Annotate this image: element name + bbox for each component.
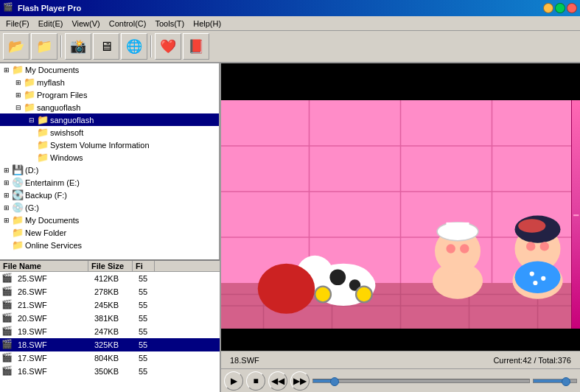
window-title: Flash Player Pro <box>18 4 81 13</box>
file-tree[interactable]: ⊞ 📁 My Documents ⊞ 📁 myflash ⊞ 📁 Program… <box>0 63 220 259</box>
file-other: 55 <box>136 327 158 336</box>
tree-item-newfolder[interactable]: 📁 New Folder <box>0 226 219 239</box>
tree-item-programfiles[interactable]: ⊞ 📁 Program Files <box>0 88 219 101</box>
folder-icon: 📁 <box>24 102 35 113</box>
file-row[interactable]: 🎬 19.SWF 247KB 55 <box>0 325 220 338</box>
capture-button[interactable]: 📸 <box>65 33 91 60</box>
tree-item-myflash[interactable]: ⊞ 📁 myflash <box>0 76 219 88</box>
file-row[interactable]: 🎬 21.SWF 245KB 55 <box>0 298 220 312</box>
file-row[interactable]: 🎬 25.SWF 412KB 55 <box>0 272 220 285</box>
tree-label: System Volume Information <box>50 141 150 150</box>
menu-view[interactable]: View(V) <box>67 18 104 29</box>
tree-label: swishsoft <box>50 128 83 137</box>
file-size: 245KB <box>91 301 136 309</box>
tree-item-mydocs2[interactable]: ⊞ 📁 My Documents <box>0 214 219 226</box>
tree-label: Backup (F:) <box>25 191 67 200</box>
expand-icon: ⊞ <box>1 190 12 200</box>
open-button[interactable]: 📂 <box>3 33 29 60</box>
folder-icon: 📁 <box>12 64 24 75</box>
tree-item-systemvol[interactable]: 📁 System Volume Information <box>0 139 219 151</box>
drive-icon: 💿 <box>12 202 24 213</box>
file-name-col[interactable]: File Name <box>0 261 88 271</box>
tree-item-windows[interactable]: 📁 Windows <box>0 151 219 164</box>
file-name: 21.SWF <box>15 301 91 309</box>
screenshot-button[interactable]: 🖥 <box>93 33 119 60</box>
folder-button[interactable]: 📁 <box>31 33 57 60</box>
file-name: 25.SWF <box>15 274 91 283</box>
file-other: 55 <box>136 274 158 283</box>
file-row[interactable]: 🎬 26.SWF 278KB 55 <box>0 285 220 298</box>
menu-file[interactable]: File(F) <box>1 18 34 29</box>
expand-minus-icon: ⊟ <box>27 115 37 125</box>
folder-icon: 📁 <box>12 239 24 251</box>
tree-item-E[interactable]: ⊞ 💿 Entertainm (E:) <box>0 176 219 189</box>
tree-item-D[interactable]: ⊞ 💾 (D:) <box>0 164 219 176</box>
expand-icon: ⊞ <box>1 178 12 188</box>
tree-item-swishsoft[interactable]: 📁 swishsoft <box>0 126 219 139</box>
file-name: 20.SWF <box>15 314 91 323</box>
play-button[interactable]: ▶ <box>224 371 243 391</box>
file-size: 381KB <box>91 314 136 323</box>
expand-icon: ⊞ <box>1 65 12 75</box>
expand-icon: ⊞ <box>1 165 12 175</box>
monitor-button[interactable]: ❤️ <box>155 33 181 60</box>
file-other-col[interactable]: Fi <box>133 261 155 271</box>
menu-tools[interactable]: Tools(T) <box>150 18 189 29</box>
minimize-button[interactable] <box>543 3 553 13</box>
swf-icon: 🎬 <box>1 352 13 364</box>
book-button[interactable]: 📕 <box>183 33 209 60</box>
maximize-button[interactable] <box>555 3 565 13</box>
tree-label: My Documents <box>25 66 79 74</box>
expand-minus-icon: ⊟ <box>13 102 24 113</box>
svg-point-46 <box>530 272 534 276</box>
svg-point-28 <box>329 269 346 285</box>
menu-help[interactable]: Help(H) <box>189 18 226 29</box>
file-name: 26.SWF <box>15 287 91 296</box>
tree-label: sanguoflash <box>50 116 94 125</box>
tree-item-sanguoflash[interactable]: ⊟ 📁 sanguoflash <box>0 101 219 113</box>
file-row[interactable]: 🎬 16.SWF 350KB 55 <box>0 365 220 378</box>
expand-icon: ⊞ <box>1 203 12 213</box>
progress-bar[interactable] <box>312 379 530 383</box>
network-button[interactable]: 🌐 <box>121 33 147 60</box>
tree-item-sanguoflash-sub[interactable]: ⊟ 📁 sanguoflash <box>0 113 219 126</box>
stop-button[interactable]: ■ <box>246 371 265 391</box>
swf-icon: 🎬 <box>1 365 13 377</box>
tree-label: myflash <box>37 78 65 87</box>
drive-icon: 💿 <box>12 177 24 188</box>
tree-label: New Folder <box>25 228 66 237</box>
tree-label: (G:) <box>25 203 39 212</box>
file-size-col[interactable]: File Size <box>88 261 133 271</box>
file-row[interactable]: 🎬 20.SWF 381KB 55 <box>0 312 220 325</box>
file-row-selected[interactable]: 🎬 18.SWF 325KB 55 <box>0 338 220 351</box>
tree-item-onlineservices[interactable]: 📁 Online Services <box>0 239 219 251</box>
file-name: 19.SWF <box>15 327 91 336</box>
file-name: 16.SWF <box>15 367 91 376</box>
file-list[interactable]: File Name File Size Fi 🎬 25.SWF 412KB 55… <box>0 259 220 392</box>
title-bar: 🎬 Flash Player Pro <box>0 0 580 16</box>
svg-point-45 <box>515 262 561 293</box>
file-row[interactable]: 🎬 17.SWF 804KB 55 <box>0 351 220 365</box>
player-controls: ▶ ■ ◀◀ ▶▶ <box>221 368 580 392</box>
svg-point-48 <box>533 281 537 285</box>
close-button[interactable] <box>567 3 577 13</box>
tree-item-G[interactable]: ⊞ 💿 (G:) <box>0 201 219 214</box>
menu-edit[interactable]: Edit(E) <box>34 18 68 29</box>
progress-thumb[interactable] <box>330 377 339 386</box>
volume-thumb[interactable] <box>562 377 570 386</box>
file-size: 247KB <box>91 327 136 336</box>
volume-bar[interactable] <box>533 379 577 383</box>
video-bottom-bar <box>221 329 580 351</box>
menu-control[interactable]: Control(C) <box>105 18 151 29</box>
toolbar: 📂 📁 📸 🖥 🌐 ❤️ 📕 <box>0 31 580 63</box>
svg-point-43 <box>526 242 535 251</box>
folder-icon: 📁 <box>12 214 24 225</box>
tree-item-mydocs[interactable]: ⊞ 📁 My Documents <box>0 63 219 76</box>
tree-label: sanguoflash <box>37 103 80 112</box>
status-bar: 18.SWF Current:42 / Total:376 <box>221 351 580 368</box>
rewind-button[interactable]: ◀◀ <box>268 371 287 391</box>
tree-item-F[interactable]: ⊞ 💽 Backup (F:) <box>0 189 219 201</box>
tree-label: Online Services <box>25 241 82 250</box>
folder-icon: 📁 <box>24 77 35 88</box>
forward-button[interactable]: ▶▶ <box>290 371 310 391</box>
